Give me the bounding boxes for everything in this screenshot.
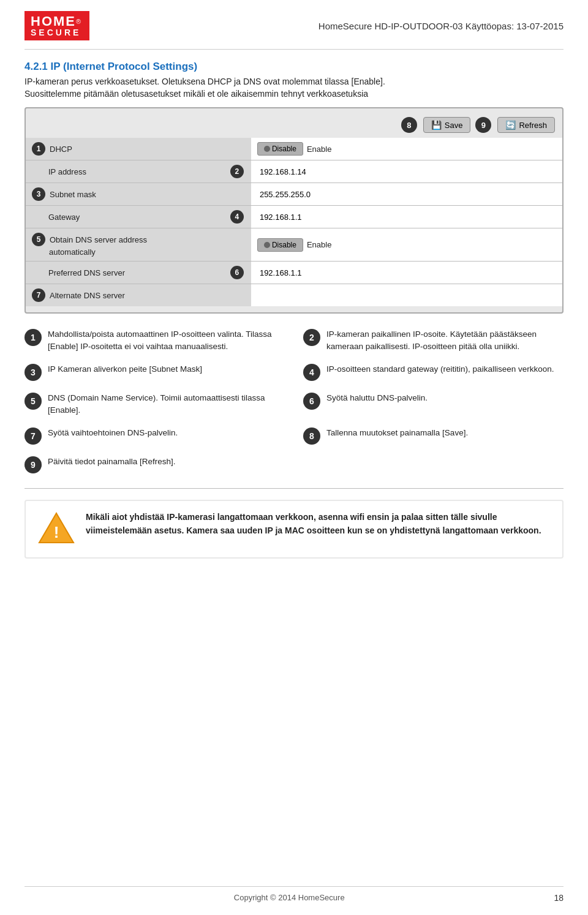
label-gateway: Gateway 4 bbox=[26, 206, 251, 228]
value-dhcp: Disable Enable bbox=[251, 138, 562, 160]
value-subnet bbox=[251, 183, 562, 205]
row-dhcp: 1 DHCP Disable Enable bbox=[26, 138, 562, 160]
logo-box: HOME® SECURE bbox=[24, 11, 89, 40]
refresh-icon: 🔄 bbox=[505, 120, 516, 130]
page-header: HOME® SECURE HomeSecure HD-IP-OUTDOOR-03… bbox=[24, 0, 564, 50]
annotation-badge-5: 5 bbox=[24, 393, 42, 410]
alternate-dns-input[interactable] bbox=[257, 290, 355, 301]
subnet-mask-input[interactable] bbox=[257, 189, 355, 200]
badge-3: 3 bbox=[32, 187, 45, 201]
panel-toolbar: 8 💾 Save 9 🔄 Refresh bbox=[26, 115, 562, 138]
annotation-6: 6 Syötä haluttu DNS-palvelin. bbox=[303, 392, 564, 416]
divider bbox=[24, 488, 564, 489]
value-preferred-dns bbox=[251, 262, 562, 284]
header-title: HomeSecure HD-IP-OUTDOOR-03 Käyttöopas: … bbox=[318, 21, 564, 31]
toggle-dot bbox=[264, 146, 270, 152]
badge-8: 8 bbox=[401, 117, 417, 133]
label-preferred-dns: Preferred DNS server 6 bbox=[26, 262, 251, 284]
annotation-4: 4 IP-osoitteen standard gateway (reititi… bbox=[303, 363, 564, 381]
warning-icon: ! bbox=[38, 511, 75, 548]
logo-home-text: HOME® bbox=[31, 15, 82, 28]
label-alternate-dns: 7 Alternate DNS server bbox=[26, 284, 251, 306]
section-subtitle1: IP-kameran perus verkkoasetukset. Oletuk… bbox=[24, 77, 564, 86]
annotation-2: 2 IP-kameran paikallinen IP-osoite. Käyt… bbox=[303, 328, 564, 352]
dns-auto-disable-btn[interactable]: Disable bbox=[257, 238, 303, 252]
refresh-button[interactable]: 🔄 Refresh bbox=[497, 117, 555, 133]
badge-1: 1 bbox=[32, 142, 45, 156]
label-dhcp: 1 DHCP bbox=[26, 138, 251, 160]
annotation-badge-4: 4 bbox=[303, 364, 320, 381]
badge-5: 5 bbox=[32, 233, 45, 246]
dns-auto-toggle[interactable]: Disable Enable bbox=[257, 238, 332, 252]
dhcp-disable-btn[interactable]: Disable bbox=[257, 142, 303, 156]
annotations-grid: 1 Mahdollista/poista automaattinen IP-os… bbox=[24, 328, 564, 473]
value-ip bbox=[251, 160, 562, 183]
badge-2: 2 bbox=[230, 165, 244, 178]
value-dns-auto: Disable Enable bbox=[251, 228, 562, 261]
badge-4: 4 bbox=[230, 210, 244, 224]
annotation-badge-8: 8 bbox=[303, 427, 320, 445]
annotation-badge-3: 3 bbox=[24, 364, 42, 381]
warning-text: Mikäli aiot yhdistää IP-kamerasi langatt… bbox=[86, 511, 550, 537]
annotation-8: 8 Tallenna muutokset painamalla [Save]. bbox=[303, 427, 564, 445]
label-ip: IP address 2 bbox=[26, 160, 251, 183]
annotation-badge-2: 2 bbox=[303, 329, 320, 346]
label-subnet: 3 Subnet mask bbox=[26, 183, 251, 205]
save-icon: 💾 bbox=[431, 120, 442, 130]
row-preferred-dns: Preferred DNS server 6 bbox=[26, 261, 562, 284]
annotation-badge-9: 9 bbox=[24, 456, 42, 473]
settings-panel: 8 💾 Save 9 🔄 Refresh 1 DHCP Disable bbox=[24, 107, 564, 314]
value-gateway bbox=[251, 206, 562, 228]
page-footer: Copyright © 2014 HomeSecure 18 bbox=[24, 886, 564, 903]
logo-secure-text: SECURE bbox=[31, 28, 81, 37]
toggle-dot2 bbox=[264, 242, 270, 248]
annotation-1: 1 Mahdollista/poista automaattinen IP-os… bbox=[24, 328, 285, 352]
section-title: 4.2.1 IP (Internet Protocol Settings) bbox=[24, 61, 564, 73]
value-alternate-dns bbox=[251, 284, 562, 306]
annotation-badge-7: 7 bbox=[24, 427, 42, 445]
badge-6: 6 bbox=[230, 266, 244, 279]
row-subnet: 3 Subnet mask bbox=[26, 183, 562, 205]
row-dns-auto: 5 Obtain DNS server address automaticall… bbox=[26, 228, 562, 261]
save-button[interactable]: 💾 Save bbox=[423, 117, 471, 133]
annotation-3: 3 IP Kameran aliverkon peite [Subnet Mas… bbox=[24, 363, 285, 381]
badge-7: 7 bbox=[32, 288, 45, 302]
badge-9: 9 bbox=[475, 117, 491, 133]
settings-rows: 1 DHCP Disable Enable IP address 2 bbox=[26, 138, 562, 306]
label-dns-auto: 5 Obtain DNS server address automaticall… bbox=[26, 228, 251, 261]
row-alternate-dns: 7 Alternate DNS server bbox=[26, 284, 562, 306]
annotation-9: 9 Päivitä tiedot painamalla [Refresh]. bbox=[24, 456, 564, 473]
row-gateway: Gateway 4 bbox=[26, 205, 562, 228]
annotation-5: 5 DNS (Domain Name Service). Toimii auto… bbox=[24, 392, 285, 416]
logo: HOME® SECURE bbox=[24, 11, 89, 40]
annotation-badge-1: 1 bbox=[24, 329, 42, 346]
row-ip: IP address 2 bbox=[26, 160, 562, 183]
annotation-7: 7 Syötä vaihtoehtoinen DNS-palvelin. bbox=[24, 427, 285, 445]
page-number: 18 bbox=[554, 893, 564, 903]
gateway-input[interactable] bbox=[257, 211, 355, 223]
preferred-dns-input[interactable] bbox=[257, 267, 355, 279]
annotation-badge-6: 6 bbox=[303, 393, 320, 410]
section-subtitle2: Suosittelemme pitämään oletusasetukset m… bbox=[24, 89, 564, 99]
svg-text:!: ! bbox=[54, 523, 59, 541]
warning-box: ! Mikäli aiot yhdistää IP-kamerasi langa… bbox=[24, 500, 564, 559]
ip-address-input[interactable] bbox=[257, 166, 355, 178]
dhcp-toggle[interactable]: Disable Enable bbox=[257, 142, 332, 156]
